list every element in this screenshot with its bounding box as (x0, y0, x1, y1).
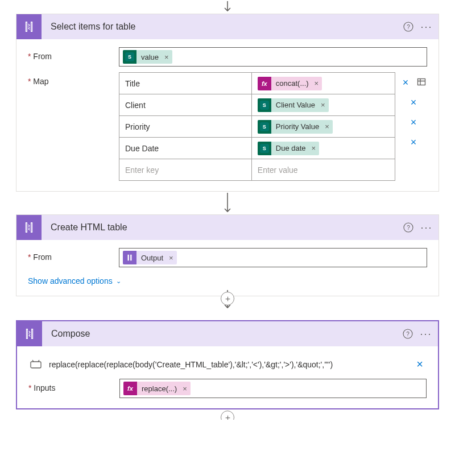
map-value-input[interactable]: fxconcat(...)× (252, 73, 395, 94)
connector-arrow (16, 192, 439, 214)
more-icon[interactable]: ··· (421, 22, 432, 32)
map-row: Titlefxconcat(...)× (119, 73, 395, 94)
remove-token-icon[interactable]: × (168, 254, 177, 262)
action-card-select: Select items for table ? ··· From S valu… (16, 14, 439, 192)
map-key-input[interactable]: Client (119, 97, 251, 113)
connector-arrow (16, 0, 439, 14)
card-header[interactable]: Create HTML table ? ··· (16, 215, 439, 240)
delete-row-icon[interactable]: × (409, 97, 418, 109)
add-step-between: ＋ (16, 296, 439, 313)
map-value-input[interactable]: Enter value (252, 162, 395, 178)
token-value[interactable]: S value × (123, 50, 172, 64)
map-row: ClientSClient Value× (119, 94, 395, 116)
card-title: Compose (42, 329, 403, 339)
token[interactable]: SPriority Value× (258, 120, 333, 134)
help-icon[interactable]: ? (403, 329, 413, 339)
from-input[interactable]: Output × (119, 248, 427, 267)
expression-text: replace(replace(replace(body('Create_HTM… (49, 360, 410, 369)
remove-token-icon[interactable]: × (163, 53, 172, 61)
data-operations-icon (16, 14, 42, 39)
flow-canvas: Select items for table ? ··· From S valu… (0, 0, 455, 420)
action-card-compose: Compose ? ··· replace(replace(replace(bo… (16, 320, 439, 409)
token[interactable]: fxconcat(...)× (258, 77, 322, 90)
sharepoint-icon: S (123, 50, 136, 64)
data-operations-small-icon (123, 251, 136, 264)
map-row: Due DateSDue date× (119, 138, 395, 159)
arrow-down-icon (223, 193, 232, 213)
add-step-button[interactable]: ＋ (221, 411, 234, 420)
data-operations-icon (17, 321, 42, 346)
card-header[interactable]: Select items for table ? ··· (16, 14, 439, 39)
fx-icon: fx (123, 382, 137, 395)
map-value-input[interactable]: SDue date× (252, 138, 395, 159)
show-advanced-link[interactable]: Show advanced options ⌄ (28, 276, 121, 285)
delete-row-icon[interactable]: × (409, 117, 418, 129)
delete-row-icon[interactable]: × (401, 77, 410, 89)
chevron-down-icon: ⌄ (116, 278, 121, 285)
map-row-new: Enter keyEnter value (119, 159, 395, 181)
data-operations-icon (16, 215, 42, 240)
expression-icon (30, 359, 42, 370)
clear-expression-icon[interactable]: × (416, 358, 425, 371)
more-icon[interactable]: ··· (421, 329, 431, 339)
action-card-html-table: Create HTML table ? ··· From Output × (16, 214, 439, 296)
help-icon[interactable]: ? (403, 22, 413, 32)
expression-preview: replace(replace(replace(body('Create_HTM… (28, 354, 427, 379)
remove-token-icon[interactable]: × (313, 79, 322, 88)
token-output[interactable]: Output × (123, 251, 177, 264)
svg-rect-7 (31, 362, 41, 368)
remove-token-icon[interactable]: × (181, 384, 191, 393)
remove-token-icon[interactable]: × (311, 144, 320, 152)
sharepoint-icon: S (258, 142, 271, 155)
from-label: From (28, 47, 119, 61)
svg-text:?: ? (407, 225, 410, 231)
remove-token-icon[interactable]: × (320, 101, 329, 109)
add-step-button[interactable]: ＋ (221, 292, 234, 305)
map-value-input[interactable]: SClient Value× (252, 95, 395, 115)
sharepoint-icon: S (258, 120, 271, 134)
map-key-input[interactable]: Due Date (119, 140, 251, 156)
switch-mode-icon[interactable] (417, 77, 426, 88)
inputs-input[interactable]: fx replace(...) × (119, 379, 427, 398)
map-key-input[interactable]: Priority (119, 119, 251, 135)
map-value-input[interactable]: SPriority Value× (252, 117, 395, 137)
remove-token-icon[interactable]: × (324, 122, 333, 131)
map-key-input[interactable]: Enter key (119, 162, 251, 178)
sharepoint-icon: S (258, 98, 271, 112)
card-title: Select items for table (42, 22, 403, 32)
help-icon[interactable]: ? (403, 222, 413, 233)
delete-row-icon[interactable]: × (409, 136, 418, 148)
card-header[interactable]: Compose ? ··· (17, 321, 438, 346)
card-title: Create HTML table (42, 222, 403, 233)
svg-rect-2 (418, 79, 425, 85)
token[interactable]: SDue date× (258, 142, 319, 155)
token-replace[interactable]: fx replace(...) × (123, 382, 191, 395)
fx-icon: fx (258, 77, 271, 90)
from-input[interactable]: S value × (119, 47, 427, 67)
from-label: From (28, 248, 119, 262)
map-table: Titlefxconcat(...)×ClientSClient Value×P… (119, 72, 395, 181)
map-key-input[interactable]: Title (119, 76, 251, 92)
inputs-label: Inputs (28, 379, 119, 392)
svg-text:?: ? (407, 24, 410, 30)
map-row: PrioritySPriority Value× (119, 116, 395, 138)
svg-text:?: ? (406, 331, 410, 337)
token[interactable]: SClient Value× (258, 98, 329, 112)
arrow-down-icon (223, 1, 232, 13)
more-icon[interactable]: ··· (421, 222, 432, 233)
add-step-bottom: ＋ (16, 409, 439, 420)
map-label: Map (28, 72, 119, 86)
